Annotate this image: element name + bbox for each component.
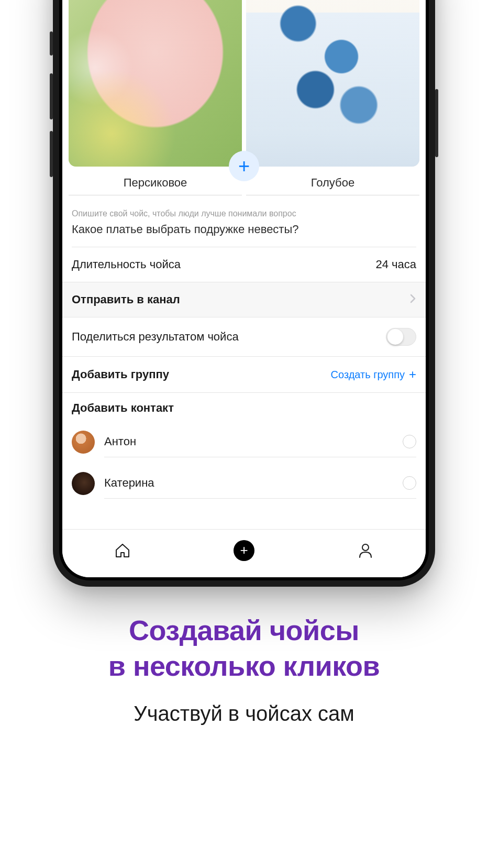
promo-headline-line1: Создавай чойсы — [0, 613, 488, 649]
add-group-label: Добавить группу — [72, 368, 169, 381]
avatar — [72, 472, 95, 495]
tab-profile[interactable] — [356, 541, 375, 561]
promo-headline-line2: в несколько кликов — [0, 649, 488, 684]
volume-button — [50, 131, 53, 177]
choice-option-right-image[interactable] — [246, 0, 419, 167]
tab-home[interactable] — [113, 541, 132, 561]
add-group-row: Добавить группу Создать группу + — [62, 357, 426, 393]
share-result-toggle[interactable] — [386, 328, 416, 346]
phone-frame: + Персиковое Голубое Опишите свой чойс, … — [53, 0, 435, 587]
power-button — [435, 89, 438, 157]
create-group-button[interactable]: Создать группу + — [331, 367, 416, 382]
contact-radio[interactable] — [403, 476, 416, 490]
volume-button — [50, 31, 53, 56]
add-option-button[interactable]: + — [229, 151, 259, 181]
share-result-row: Поделиться результатом чойса — [62, 317, 426, 357]
description-hint: Опишите свой чойс, чтобы люди лучше пони… — [72, 195, 416, 223]
svg-point-0 — [362, 544, 369, 551]
plus-icon: + — [409, 367, 416, 382]
choice-question-input[interactable]: Какое платье выбрать подружке невесты? — [72, 223, 416, 247]
send-to-channel-row[interactable]: Отправить в канал — [62, 282, 426, 317]
choice-option-left-image[interactable] — [69, 0, 242, 167]
send-to-channel-label: Отправить в канал — [72, 293, 180, 306]
duration-row[interactable]: Длительность чойса 24 часа — [62, 247, 426, 282]
home-icon — [114, 542, 131, 559]
tab-bar: + — [62, 529, 426, 577]
tab-create[interactable]: + — [234, 540, 254, 561]
contact-name: Антон — [104, 435, 136, 448]
duration-value: 24 часа — [375, 258, 416, 271]
contact-row[interactable]: Антон — [62, 421, 426, 463]
add-contact-header: Добавить контакт — [62, 393, 426, 421]
create-group-label: Создать группу — [331, 369, 405, 381]
promo-subline: Участвуй в чойсах сам — [0, 702, 488, 726]
chevron-right-icon — [410, 293, 416, 306]
contact-name: Катерина — [104, 476, 154, 490]
choice-image-pair: + — [62, 0, 426, 167]
app-screen: + Персиковое Голубое Опишите свой чойс, … — [62, 0, 426, 577]
plus-icon: + — [240, 542, 248, 558]
volume-button — [50, 73, 53, 119]
promo-headline: Создавай чойсы в несколько кликов — [0, 613, 488, 684]
plus-icon: + — [238, 156, 250, 176]
choice-option-left-label[interactable]: Персиковое — [69, 170, 242, 195]
contact-radio[interactable] — [403, 435, 416, 448]
contact-row[interactable]: Катерина — [62, 463, 426, 504]
avatar — [72, 431, 95, 454]
choice-option-right-label[interactable]: Голубое — [246, 170, 419, 195]
profile-icon — [357, 542, 374, 559]
duration-label: Длительность чойса — [72, 258, 181, 271]
share-result-label: Поделиться результатом чойса — [72, 330, 239, 344]
